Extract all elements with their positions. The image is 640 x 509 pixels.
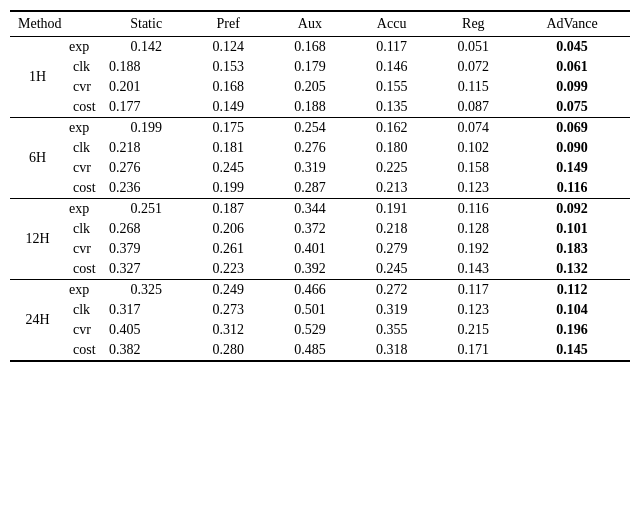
static-value: 0.142 <box>105 37 187 58</box>
group-label: 6H <box>10 118 65 199</box>
reg-value: 0.192 <box>432 239 514 259</box>
reg-value: 0.123 <box>432 178 514 199</box>
reg-value: 0.074 <box>432 118 514 139</box>
advance-value: 0.061 <box>514 57 630 77</box>
table-row: cvr0.2010.1680.2050.1550.1150.099 <box>10 77 630 97</box>
advance-value: 0.101 <box>514 219 630 239</box>
sub-method: clk <box>65 57 105 77</box>
pref-value: 0.153 <box>187 57 269 77</box>
static-value: 0.268 <box>105 219 187 239</box>
accu-value: 0.191 <box>351 199 433 220</box>
accu-value: 0.245 <box>351 259 433 280</box>
reg-value: 0.115 <box>432 77 514 97</box>
aux-value: 0.276 <box>269 138 351 158</box>
advance-value: 0.104 <box>514 300 630 320</box>
static-value: 0.317 <box>105 300 187 320</box>
sub-method: clk <box>65 138 105 158</box>
method-header: Method <box>10 11 105 37</box>
advance-value: 0.132 <box>514 259 630 280</box>
pref-value: 0.273 <box>187 300 269 320</box>
static-value: 0.199 <box>105 118 187 139</box>
advance-value: 0.149 <box>514 158 630 178</box>
accu-value: 0.162 <box>351 118 433 139</box>
pref-value: 0.175 <box>187 118 269 139</box>
reg-value: 0.123 <box>432 300 514 320</box>
group-label: 12H <box>10 199 65 280</box>
reg-value: 0.171 <box>432 340 514 361</box>
advance-value: 0.075 <box>514 97 630 118</box>
aux-value: 0.168 <box>269 37 351 58</box>
table-row: clk0.1880.1530.1790.1460.0720.061 <box>10 57 630 77</box>
accu-value: 0.146 <box>351 57 433 77</box>
accu-value: 0.213 <box>351 178 433 199</box>
reg-value: 0.072 <box>432 57 514 77</box>
table-row: cvr0.4050.3120.5290.3550.2150.196 <box>10 320 630 340</box>
table-row: cost0.2360.1990.2870.2130.1230.116 <box>10 178 630 199</box>
static-value: 0.251 <box>105 199 187 220</box>
group-label: 24H <box>10 280 65 362</box>
sub-method: clk <box>65 219 105 239</box>
static-value: 0.276 <box>105 158 187 178</box>
pref-value: 0.181 <box>187 138 269 158</box>
advance-value: 0.092 <box>514 199 630 220</box>
table-row: 1Hexp0.1420.1240.1680.1170.0510.045 <box>10 37 630 58</box>
table-row: clk0.2180.1810.2760.1800.1020.090 <box>10 138 630 158</box>
static-value: 0.177 <box>105 97 187 118</box>
pref-value: 0.149 <box>187 97 269 118</box>
static-value: 0.382 <box>105 340 187 361</box>
sub-method: exp <box>65 37 105 58</box>
accu-value: 0.319 <box>351 300 433 320</box>
pref-value: 0.261 <box>187 239 269 259</box>
advance-value: 0.099 <box>514 77 630 97</box>
accu-value: 0.117 <box>351 37 433 58</box>
table-row: 6Hexp0.1990.1750.2540.1620.0740.069 <box>10 118 630 139</box>
accu-value: 0.180 <box>351 138 433 158</box>
static-value: 0.405 <box>105 320 187 340</box>
reg-value: 0.087 <box>432 97 514 118</box>
pref-value: 0.312 <box>187 320 269 340</box>
aux-value: 0.179 <box>269 57 351 77</box>
table-row: cost0.3820.2800.4850.3180.1710.145 <box>10 340 630 361</box>
accu-value: 0.155 <box>351 77 433 97</box>
accu-value: 0.355 <box>351 320 433 340</box>
group-label: 1H <box>10 37 65 118</box>
table-container: Method Static Pref Aux Accu Reg AdVance … <box>10 10 630 362</box>
aux-value: 0.344 <box>269 199 351 220</box>
static-value: 0.379 <box>105 239 187 259</box>
table-row: cvr0.3790.2610.4010.2790.1920.183 <box>10 239 630 259</box>
pref-value: 0.168 <box>187 77 269 97</box>
aux-value: 0.401 <box>269 239 351 259</box>
table-row: cost0.3270.2230.3920.2450.1430.132 <box>10 259 630 280</box>
table-row: clk0.2680.2060.3720.2180.1280.101 <box>10 219 630 239</box>
reg-value: 0.128 <box>432 219 514 239</box>
accu-value: 0.272 <box>351 280 433 301</box>
pref-value: 0.124 <box>187 37 269 58</box>
reg-value: 0.158 <box>432 158 514 178</box>
header-row: Method Static Pref Aux Accu Reg AdVance <box>10 11 630 37</box>
aux-value: 0.372 <box>269 219 351 239</box>
aux-value: 0.205 <box>269 77 351 97</box>
accu-value: 0.279 <box>351 239 433 259</box>
sub-method: cvr <box>65 158 105 178</box>
static-value: 0.218 <box>105 138 187 158</box>
accu-value: 0.218 <box>351 219 433 239</box>
aux-value: 0.466 <box>269 280 351 301</box>
aux-value: 0.188 <box>269 97 351 118</box>
static-value: 0.325 <box>105 280 187 301</box>
pref-value: 0.206 <box>187 219 269 239</box>
table-row: clk0.3170.2730.5010.3190.1230.104 <box>10 300 630 320</box>
table-row: 12Hexp0.2510.1870.3440.1910.1160.092 <box>10 199 630 220</box>
reg-value: 0.051 <box>432 37 514 58</box>
aux-value: 0.485 <box>269 340 351 361</box>
pref-value: 0.245 <box>187 158 269 178</box>
sub-method: cost <box>65 340 105 361</box>
advance-value: 0.045 <box>514 37 630 58</box>
static-value: 0.327 <box>105 259 187 280</box>
sub-method: cvr <box>65 239 105 259</box>
advance-value: 0.112 <box>514 280 630 301</box>
pref-header: Pref <box>187 11 269 37</box>
reg-header: Reg <box>432 11 514 37</box>
sub-method: cost <box>65 178 105 199</box>
sub-method: cvr <box>65 77 105 97</box>
accu-value: 0.225 <box>351 158 433 178</box>
